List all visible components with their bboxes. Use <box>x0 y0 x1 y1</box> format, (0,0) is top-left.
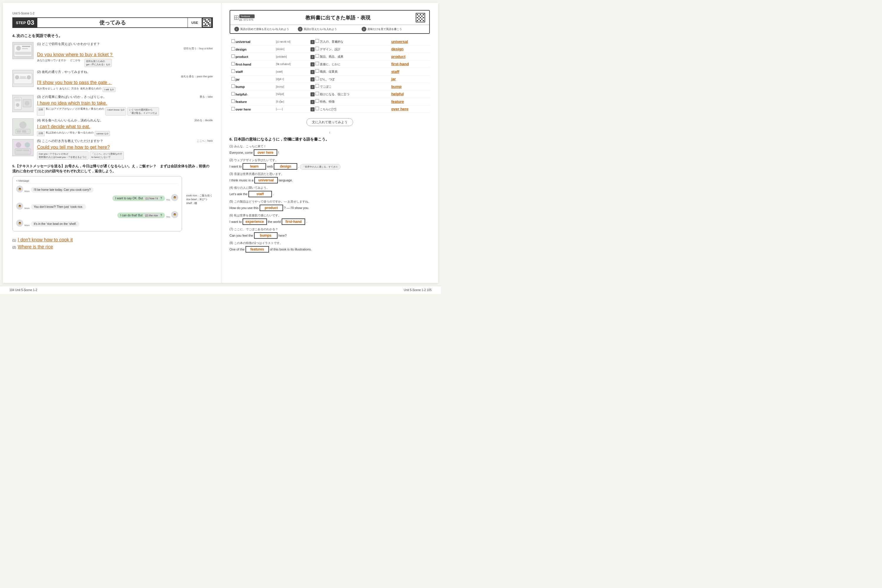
ex3-main-sentence: I have no idea which train to take. <box>37 100 213 106</box>
svg-point-15 <box>16 103 20 107</box>
step-label: STEP <box>16 21 26 25</box>
exercise-4-image <box>12 118 33 135</box>
bubble-2: I want to say OK. But (1) how / it ? <box>112 195 165 201</box>
answer-2-text: Where is the rice <box>18 244 53 250</box>
svg-point-9 <box>27 75 31 80</box>
exercise-3: (3) どの電車に乗ればいいのか，さっぱりじゃ。 乗る：take I have … <box>12 95 213 116</box>
svg-rect-26 <box>15 148 31 154</box>
page-footer: 104 Unit 5-Scene 1-2 Unit 5-Scene 1-2 10… <box>0 286 441 294</box>
you-avatar-1: 🧑 <box>171 194 178 201</box>
arrow-down: ↓ <box>230 130 430 134</box>
ex1-main-sentence: Do you know where to buy a ticket？ <box>37 51 213 58</box>
step-header: STEP 03 使ってみる USE <box>12 17 213 28</box>
exercise-2-image <box>12 70 33 87</box>
svg-rect-28 <box>23 150 29 151</box>
vocab-row-universal: universal [júːnəvə́ːrsl] 2 万人の、普遍的な univ… <box>230 38 430 45</box>
ex2-notes: 私が見せましょう あなたに 方法を 改札を通るための I will もO <box>37 87 213 92</box>
textbook-badge: Textbook <box>239 14 255 18</box>
section4-title: 4. 次のことを英語で表そう。 <box>12 33 213 39</box>
mom-label-3: Mom <box>24 224 30 226</box>
exercise-3-content: (3) どの電車に乗ればいいのか，さっぱりじゃ。 乗る：take I have … <box>37 95 213 116</box>
msg-row-3: 👩 Mom You don't know?! Then just ˈcook r… <box>16 202 178 210</box>
mom-label-2: Mom <box>24 207 30 210</box>
exercise-2-content: (2) 改札の通り方，やってみますね。 改札を通る：pass the gate … <box>37 70 213 92</box>
svg-rect-5 <box>15 52 31 55</box>
exercise-1-content: (1) どこで切符を買えばいいかわかります？ 切符を買う：buy a ticke… <box>37 42 213 67</box>
vocab-col-headers: 1 英語が読めて意味も言えたら√を入れよう 2 英語が言えたら√を入れよう 3 … <box>230 25 429 33</box>
mom-avatar-2: 👩 <box>16 202 23 210</box>
side-notes: cook rice：ご飯を炊く rice bowl：米びつ shelf：棚 <box>186 176 213 205</box>
vocab-row-jar: jar [dʒɑ́ːr] 2 びん、つぼ jar <box>230 75 430 83</box>
svg-rect-27 <box>16 150 22 151</box>
vocab-row-staff: staff [stǽf] 2 職員、従業員 staff <box>230 68 430 75</box>
ex4-main-sentence: I can't decide what to eat. <box>37 123 213 130</box>
mom-avatar-3: 👩 <box>16 220 23 226</box>
ex4-notes: 語順 私は決められない／何を／食べるための cannot もO <box>37 131 213 136</box>
textbook-pages: pp. 071-075 <box>239 18 254 21</box>
ex2-hint: 改札を通る：pass the gate <box>37 75 213 78</box>
svg-rect-4 <box>22 48 28 49</box>
bubble-3: You don't know?! Then just ˈcook rice. <box>31 204 86 210</box>
ex4-question: (4) 何を食べたらいいもんか，決められんな。 決める：decide <box>37 118 213 123</box>
bubble-5: It's in the ˈrice bowl on the ˈshelf. <box>31 221 80 226</box>
ex6-2: (2) ウェブデザインを学びたいです。 I want to learn web … <box>230 158 430 170</box>
ex6-1: (1) みんな、こっちに来て！ Everyone, come over here… <box>230 144 430 156</box>
you-label-2: You <box>166 216 170 218</box>
vocab-row-feature: feature [fíːtʃər] 2 特色、特徴 feature <box>230 98 430 105</box>
ex1-notes: あなたは知っていますか どこかを 切符を買うためのget（手に入れる）もO <box>37 59 213 67</box>
you-avatar-2: 🧑 <box>171 211 178 218</box>
exercise-1: (1) どこで切符を買えばいいかわかります？ 切符を買う：buy a ticke… <box>12 42 213 67</box>
bubble-4: I can do that! But (2) the rice ? <box>117 213 165 218</box>
message-header: < Message <box>16 179 178 184</box>
ex1-hint: 切符を買う：buy a ticket <box>37 47 213 51</box>
vocab-row-bump: bump [bʌmp] 2 でこぼこ bump <box>230 83 430 90</box>
ex6-5: (5) この製品はどうやって使うのですか。— お見せしますね。 How do y… <box>230 200 430 211</box>
ex2-question: (2) 改札の通り方，やってみますね。 <box>37 70 213 74</box>
qr-code-right <box>416 13 425 22</box>
qr-code-left <box>202 17 212 28</box>
svg-point-25 <box>25 142 30 148</box>
vocab-row-overhere: over here [——] 2 こちらに[で] over here <box>230 105 430 113</box>
unit-label: Unit 5-Scene 1-2 <box>12 12 213 15</box>
svg-rect-3 <box>22 46 30 47</box>
ex6-3: (3) 音楽は世界共通の言語だと思います。 I think music is a… <box>230 172 430 183</box>
exercise-5: (5) ここへの行き方を教えていただけますか？ ここへ：here Could y… <box>12 139 213 160</box>
exercise-2: (2) 改札の通り方，やってみますね。 改札を通る：pass the gate … <box>12 70 213 92</box>
ex5-main-sentence: Could you tell me how to get here? <box>37 144 213 150</box>
msg-row-1: 👩 Mom I'll be home late today. Can you c… <box>16 186 178 193</box>
vocab-header-box: Textbook pp. 071-075 教科書に出てきた単語・表現 <box>230 10 430 34</box>
ex6-6: (6) 私は世界を直接肌で感じたいです。 I want to experienc… <box>230 213 430 225</box>
section6-title: 6. 日本語の意味になるように，空欄に適する語を書こう。 <box>230 137 430 142</box>
svg-point-17 <box>25 101 29 105</box>
mom-avatar-1: 👩 <box>16 186 23 193</box>
vocab-table: universal [júːnəvə́ːrsl] 2 万人の、普遍的な univ… <box>230 38 430 113</box>
vocab-header-top: Textbook pp. 071-075 教科書に出てきた単語・表現 <box>230 10 429 25</box>
svg-rect-10 <box>20 76 26 78</box>
exercise-5-content: (5) ここへの行き方を教えていただけますか？ ここへ：here Could y… <box>37 139 213 160</box>
svg-point-24 <box>16 142 21 148</box>
msg-row-2: 🧑 You I want to say OK. But (1) how / it… <box>16 194 178 201</box>
answer-1-text: I don't know how to cook it <box>18 237 73 243</box>
answers-section: (1) I don't know how to cook it (2) Wher… <box>12 237 213 250</box>
mom-label-1: Mom <box>24 190 30 193</box>
svg-point-19 <box>20 122 27 129</box>
exercise-5-image <box>12 139 33 156</box>
sentence-btn-container: 文に入れて使ってみよう <box>230 116 430 129</box>
you-label-1: You <box>166 198 170 201</box>
ex3-question: (3) どの電車に乗ればいいのか，さっぱりじゃ。 乗る：take <box>37 95 213 99</box>
exercise-3-image <box>12 95 33 112</box>
vocab-row-helpful: helpful- [hélpd] 2 助けになる、役に立つ helpful <box>230 90 430 98</box>
svg-point-8 <box>15 75 19 80</box>
ex6-4: (4) 係りの人に聞いてみよう。 Let's ask the staff . <box>230 186 430 197</box>
message-box: < Message 👩 Mom I'll be home late today.… <box>12 176 182 231</box>
svg-rect-14 <box>15 99 21 101</box>
svg-rect-22 <box>22 130 26 133</box>
bubble-1: I'll be home late today. Can you cook cu… <box>31 187 94 193</box>
vocab-row-product: product [prɑ́dəkt] 2 製品、商品、成果 product <box>230 53 430 61</box>
exercise-4-content: (4) 何を食べたらいいもんか，決められんな。 決める：decide I can… <box>37 118 213 136</box>
svg-point-2 <box>16 46 21 51</box>
svg-rect-21 <box>17 130 21 133</box>
vocab-row-design: design [dizáin] 2 デザイン、設計 design <box>230 45 430 53</box>
step-box: STEP 03 <box>13 18 37 27</box>
ex1-question: (1) どこで切符を買えばいいかわかります？ <box>37 42 213 46</box>
